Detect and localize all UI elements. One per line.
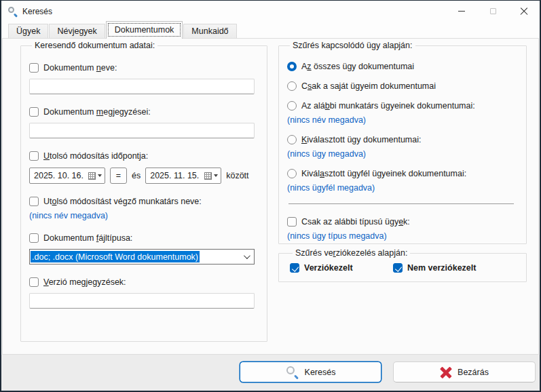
document-comment-checkbox-row[interactable]: Dokumentum megjegyzései: (29, 107, 255, 117)
radio-own-cases-label: Csak a saját ügyeim dokumentumai (301, 81, 436, 91)
chevron-down-icon (244, 252, 250, 259)
document-name-checkbox[interactable] (29, 63, 39, 73)
radio-client-cases-label: Kiválasztott ügyfél ügyeinek dokumentuma… (301, 169, 466, 178)
radio-client-cases[interactable] (287, 169, 297, 178)
version-filter-group-title: Szűrés verziókezelés alapján: (293, 248, 410, 258)
magnifier-icon (7, 6, 18, 17)
search-button-label: Keresés (305, 368, 336, 377)
last-modified-checkbox[interactable] (29, 151, 39, 161)
tab-strip: Ügyek Névjegyek Dokumentumok Munkaidő (1, 22, 540, 39)
case-type-label: Csak az alábbi típusú ügyek: (301, 217, 410, 227)
modifier-name-checkbox[interactable] (29, 197, 39, 206)
versioned-checkbox[interactable] (290, 263, 299, 273)
and-label: és (132, 171, 141, 180)
calendar-grid-icon (204, 172, 212, 180)
case-type-checkbox[interactable] (287, 217, 297, 227)
radio-own-cases[interactable] (287, 81, 297, 91)
case-filter-group: Szűrés kapcsolódó ügy alapján: Az összes… (278, 41, 527, 244)
versioned-checkbox-row[interactable]: Verziókezelt (290, 263, 393, 273)
unversioned-checkbox-row[interactable]: Nem verziókezelt (393, 263, 476, 273)
selected-case-link[interactable]: (nincs ügy megadva) (287, 149, 366, 159)
title-bar: Keresés (1, 1, 540, 22)
date-to-picker[interactable]: 2025. 11. 15. (145, 168, 221, 184)
radio-colleague-cases[interactable] (287, 101, 297, 111)
equals-toggle-button[interactable]: = (110, 168, 127, 184)
radio-selected-case[interactable] (287, 135, 297, 144)
date-from-value: 2025. 10. 16. (34, 171, 88, 180)
radio-all-cases-row[interactable]: Az összes ügy dokumentumai (287, 62, 517, 71)
document-comment-input[interactable] (29, 123, 255, 138)
document-name-label: Dokumentum neve: (43, 63, 117, 73)
document-criteria-group: Keresendő dokumentum adatai: Dokumentum … (20, 41, 267, 342)
filetype-label: Dokumentum fájltípusa: (43, 233, 132, 243)
chevron-down-icon (214, 174, 218, 177)
radio-client-cases-row[interactable]: Kiválasztott ügyfél ügyeinek dokumentuma… (287, 169, 517, 178)
footer-button-bar: Keresés Bezárás (1, 355, 540, 391)
document-comment-checkbox[interactable] (29, 107, 39, 117)
filetype-combobox[interactable]: .doc; .docx (Microsoft Word dokumentumok… (29, 249, 255, 264)
radio-colleague-cases-label: Az alábbi munkatárs ügyeinek dokumentuma… (301, 101, 475, 111)
filetype-checkbox-row[interactable]: Dokumentum fájltípusa: (29, 233, 255, 243)
modifier-name-label: Utolsó módosítást végző munkatárs neve: (43, 197, 202, 206)
date-to-value: 2025. 11. 15. (150, 171, 204, 180)
maximize-icon (490, 8, 496, 14)
version-comment-checkbox[interactable] (29, 277, 39, 287)
tab-nevjegyek[interactable]: Névjegyek (49, 24, 105, 39)
minimize-icon (458, 11, 465, 12)
between-label: között (226, 171, 248, 180)
radio-selected-case-row[interactable]: Kiválasztott ügy dokumentumai: (287, 135, 517, 144)
colleague-name-link[interactable]: (nincs név megadva) (287, 115, 366, 125)
case-type-link[interactable]: (nincs ügy típus megadva) (287, 231, 387, 241)
modifier-name-link[interactable]: (nincs név megadva) (29, 211, 108, 220)
maximize-button (477, 1, 508, 22)
modifier-name-checkbox-row[interactable]: Utolsó módosítást végző munkatárs neve: (29, 197, 255, 206)
version-filter-group: Szűrés verziókezelés alapján: Verziókeze… (278, 248, 527, 282)
filetype-selected-value: .doc; .docx (Microsoft Word dokumentumok… (31, 251, 200, 262)
caption-buttons (446, 1, 540, 22)
document-name-input[interactable] (29, 79, 255, 94)
separator (288, 203, 514, 204)
case-type-checkbox-row[interactable]: Csak az alábbi típusú ügyek: (287, 217, 517, 227)
tab-page-dokumentumok: Keresendő dokumentum adatai: Dokumentum … (2, 38, 539, 355)
case-filter-group-title: Szűrés kapcsolódó ügy alapján: (290, 41, 415, 50)
close-dialog-button[interactable]: Bezárás (393, 361, 536, 383)
radio-all-cases-label: Az összes ügy dokumentumai (301, 62, 414, 71)
tab-dokumentumok[interactable]: Dokumentumok (106, 21, 183, 39)
radio-colleague-cases-row[interactable]: Az alábbi munkatárs ügyeinek dokumentuma… (287, 101, 517, 111)
search-button[interactable]: Keresés (240, 361, 381, 383)
client-link[interactable]: (nincs ügyfél megadva) (287, 183, 375, 193)
version-filter-row: Verziókezelt Nem verziókezelt (290, 263, 517, 273)
radio-own-cases-row[interactable]: Csak a saját ügyeim dokumentumai (287, 81, 517, 91)
last-modified-checkbox-row[interactable]: Utolsó módosítás időpontja: (29, 151, 255, 161)
versioned-label: Verziókezelt (304, 263, 353, 273)
radio-selected-case-label: Kiválasztott ügy dokumentumai: (301, 135, 421, 144)
close-icon (520, 7, 528, 16)
minimize-button[interactable] (446, 1, 477, 22)
search-dialog: Keresés Ügyek Névjegyek Dokumentumok Mun… (0, 0, 541, 392)
close-button-label: Bezárás (458, 368, 489, 377)
document-name-checkbox-row[interactable]: Dokumentum neve: (29, 63, 255, 73)
tab-ugyek[interactable]: Ügyek (8, 24, 48, 39)
document-comment-label: Dokumentum megjegyzései: (43, 107, 151, 117)
document-criteria-group-title: Keresendő dokumentum adatai: (32, 41, 157, 50)
radio-all-cases[interactable] (287, 62, 297, 71)
close-button[interactable] (508, 1, 540, 22)
calendar-grid-icon (88, 172, 96, 180)
version-comment-label: Verzió megjegyzések: (43, 277, 126, 287)
magnifier-icon (286, 366, 299, 379)
date-from-picker[interactable]: 2025. 10. 16. (29, 168, 105, 184)
red-x-icon (440, 366, 452, 378)
tab-munkaido[interactable]: Munkaidő (183, 24, 236, 39)
window-title: Keresés (22, 7, 52, 16)
unversioned-label: Nem verziókezelt (407, 263, 476, 273)
unversioned-checkbox[interactable] (393, 263, 403, 273)
chevron-down-icon (98, 174, 102, 177)
filetype-checkbox[interactable] (29, 233, 39, 243)
version-comment-checkbox-row[interactable]: Verzió megjegyzések: (29, 277, 255, 287)
last-modified-label: Utolsó módosítás időpontja: (43, 151, 148, 161)
date-range-row: 2025. 10. 16. = és 2025. 11. 15. között (29, 168, 255, 184)
version-comment-input[interactable] (29, 293, 255, 309)
